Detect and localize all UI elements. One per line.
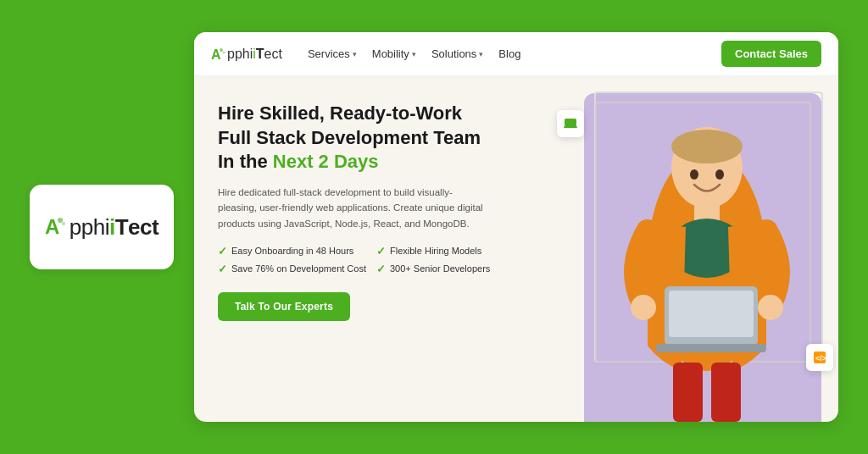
svg-rect-20 bbox=[565, 119, 576, 126]
feature-item-4: ✓ 300+ Senior Developers bbox=[376, 263, 526, 275]
check-icon-2: ✓ bbox=[376, 245, 386, 257]
check-icon-4: ✓ bbox=[376, 263, 386, 275]
hero-heading-line3-prefix: In the bbox=[218, 151, 273, 172]
svg-point-16 bbox=[690, 169, 698, 180]
feature-label-1: Easy Onboarding in 48 Hours bbox=[231, 246, 353, 256]
logo-pphi: pphi bbox=[70, 214, 109, 241]
nav-links: Services ▾ Mobility ▾ Solutions ▾ Blog bbox=[308, 47, 721, 60]
hero-heading: Hire Skilled, Ready-to-Work Full Stack D… bbox=[218, 102, 526, 174]
nav-logo-ect: ect bbox=[264, 47, 282, 62]
person-container bbox=[609, 100, 804, 422]
float-icon-laptop bbox=[557, 110, 584, 137]
hero-subtext: Hire dedicated full-stack development to… bbox=[218, 185, 489, 231]
nav-link-blog[interactable]: Blog bbox=[498, 47, 520, 60]
nav-logo-text: pphiiTect bbox=[227, 47, 282, 62]
logo-T: T bbox=[115, 214, 128, 241]
nav-link-blog-label: Blog bbox=[498, 47, 520, 60]
logo-i: i bbox=[109, 214, 115, 241]
chevron-down-icon: ▾ bbox=[479, 50, 483, 58]
chevron-down-icon: ▾ bbox=[412, 50, 416, 58]
talk-to-experts-button[interactable]: Talk To Our Experts bbox=[218, 292, 350, 321]
feature-label-2: Flexible Hiring Models bbox=[390, 246, 481, 256]
feature-label-4: 300+ Senior Developers bbox=[390, 263, 490, 274]
svg-rect-21 bbox=[564, 126, 577, 128]
nav-link-services-label: Services bbox=[308, 47, 350, 60]
hero-heading-line2: Full Stack Development Team bbox=[218, 127, 481, 148]
nav-link-services[interactable]: Services ▾ bbox=[308, 47, 357, 60]
svg-rect-13 bbox=[656, 344, 766, 352]
outer-wrapper: A pphiiTect A pphiiTect bbox=[19, 32, 849, 422]
svg-rect-14 bbox=[673, 363, 703, 422]
hero-section: Hire Skilled, Ready-to-Work Full Stack D… bbox=[194, 76, 838, 422]
logo-icon: A bbox=[45, 215, 69, 239]
feature-item-3: ✓ Save 76% on Development Cost bbox=[218, 263, 368, 275]
svg-point-5 bbox=[223, 51, 225, 53]
svg-rect-15 bbox=[711, 363, 741, 422]
nav-logo: A pphiiTect bbox=[211, 47, 282, 62]
feature-item-2: ✓ Flexible Hiring Models bbox=[376, 245, 526, 257]
hero-right: </> bbox=[550, 76, 838, 422]
nav-logo-pphi: pphi bbox=[227, 47, 253, 62]
svg-point-19 bbox=[758, 295, 783, 320]
navbar: A pphiiTect Services ▾ Mobility ▾ bbox=[194, 32, 838, 76]
hero-heading-line1: Hire Skilled, Ready-to-Work bbox=[218, 102, 462, 124]
svg-point-4 bbox=[220, 48, 223, 52]
svg-point-2 bbox=[62, 222, 65, 225]
float-icon-code: </> bbox=[806, 344, 833, 371]
svg-point-8 bbox=[671, 130, 743, 163]
check-icon-3: ✓ bbox=[218, 263, 227, 275]
nav-link-solutions[interactable]: Solutions ▾ bbox=[431, 47, 483, 60]
hero-heading-highlight: Next 2 Days bbox=[273, 151, 379, 172]
feature-item-1: ✓ Easy Onboarding in 48 Hours bbox=[218, 245, 368, 257]
svg-point-17 bbox=[715, 169, 724, 180]
website-card: A pphiiTect Services ▾ Mobility ▾ bbox=[194, 32, 838, 422]
person-figure bbox=[609, 100, 804, 422]
logo-ect: ect bbox=[128, 214, 159, 241]
nav-link-solutions-label: Solutions bbox=[431, 47, 476, 60]
nav-logo-icon: A bbox=[211, 47, 226, 62]
feature-label-3: Save 76% on Development Cost bbox=[231, 263, 366, 274]
hero-left: Hire Skilled, Ready-to-Work Full Stack D… bbox=[194, 76, 550, 422]
svg-point-1 bbox=[58, 218, 63, 223]
check-icon-1: ✓ bbox=[218, 245, 227, 257]
svg-text:</>: </> bbox=[815, 354, 826, 363]
nav-link-mobility[interactable]: Mobility ▾ bbox=[372, 47, 416, 60]
logo-card: A pphiiTect bbox=[30, 185, 174, 269]
logo-brand: A pphiiTect bbox=[45, 214, 159, 241]
nav-link-mobility-label: Mobility bbox=[372, 47, 409, 60]
chevron-down-icon: ▾ bbox=[353, 50, 357, 58]
hero-features: ✓ Easy Onboarding in 48 Hours ✓ Flexible… bbox=[218, 245, 526, 275]
svg-point-18 bbox=[631, 295, 656, 320]
svg-text:A: A bbox=[45, 215, 59, 238]
contact-sales-button[interactable]: Contact Sales bbox=[721, 41, 821, 67]
svg-rect-12 bbox=[669, 291, 754, 337]
nav-logo-T: T bbox=[256, 47, 264, 62]
